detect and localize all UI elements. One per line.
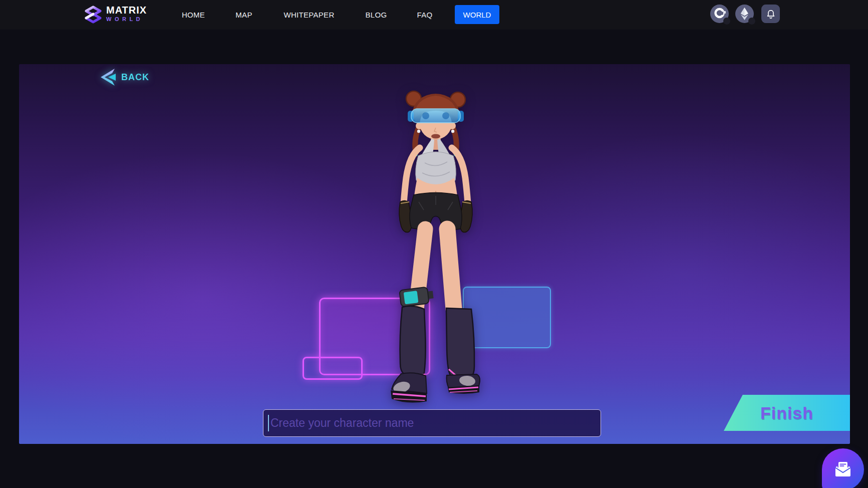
nav-link-whitepaper[interactable]: WHITEPAPER [283,0,334,30]
back-arrow-icon [98,68,118,87]
nav-link-faq[interactable]: FAQ [417,0,433,30]
nav-link-home[interactable]: HOME [182,0,205,30]
logo-subtitle: WORLD [106,16,147,23]
nav-link-map[interactable]: MAP [235,0,252,30]
chat-support-button[interactable] [822,448,864,488]
notifications-button[interactable] [761,5,780,23]
character-creator-panel: BACK [19,64,850,444]
ethereum-wallet-button[interactable] [735,5,754,23]
character-preview[interactable] [351,83,516,406]
wallet-status-badge [723,18,730,25]
character-name-input[interactable] [263,409,601,437]
back-button-label: BACK [121,72,149,83]
nav-button-world[interactable]: WORLD [455,5,499,24]
notification-bell-icon [765,9,776,20]
back-button[interactable]: BACK [98,68,149,87]
nav-link-blog[interactable]: BLOG [366,0,387,30]
mail-chat-icon [833,461,852,478]
wallet-status-badge [748,18,755,25]
logo-title: MATRIX [106,5,147,16]
top-navbar: MATRIX WORLD HOME MAP WHITEPAPER BLOG FA… [0,0,868,30]
knee-device [399,286,434,307]
flow-wallet-button[interactable] [710,5,729,23]
finish-button[interactable]: Finish [724,395,850,431]
logo-wordmark[interactable]: MATRIX WORLD [106,5,147,23]
matrix-world-logo-icon[interactable] [83,5,104,25]
character-name-field-wrap [263,409,601,437]
